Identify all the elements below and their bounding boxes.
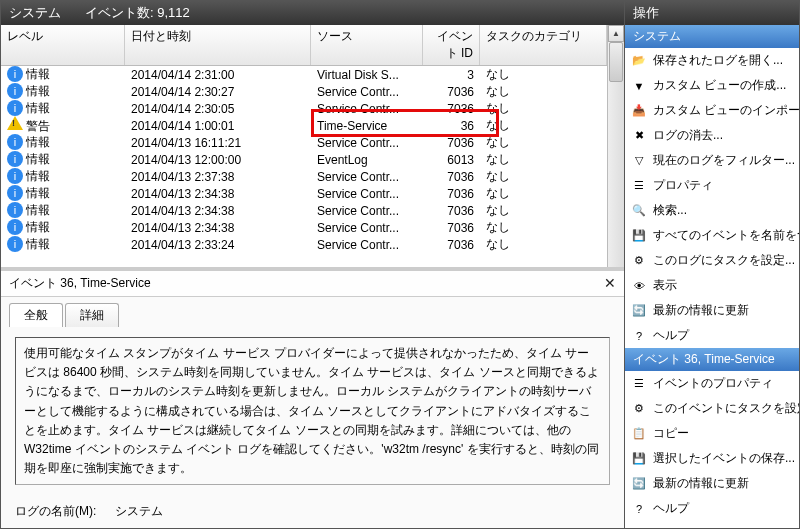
table-row[interactable]: i情報2014/04/13 2:37:38Service Contr...703… — [1, 168, 607, 185]
event-grid[interactable]: i情報2014/04/14 2:31:00Virtual Disk S...3な… — [1, 66, 607, 267]
action-prop[interactable]: ☰プロパティ — [625, 173, 799, 198]
action-filter[interactable]: ▽現在のログをフィルター... — [625, 148, 799, 173]
prop-icon: ☰ — [631, 376, 647, 392]
col-datetime[interactable]: 日付と時刻 — [125, 25, 311, 65]
action-show[interactable]: 👁表示 — [625, 273, 799, 298]
info-icon: i — [7, 185, 23, 201]
actions-section-event: イベント 36, Time-Service — [625, 348, 799, 371]
info-icon: i — [7, 100, 23, 116]
tab-general[interactable]: 全般 — [9, 303, 63, 327]
log-name-title: システム — [9, 4, 61, 22]
show-icon: 👁 — [631, 278, 647, 294]
info-icon: i — [7, 219, 23, 235]
warning-icon — [7, 116, 23, 130]
event-properties: ログの名前(M): システム ソース(S): Time-Service ログの日… — [15, 503, 610, 528]
table-row[interactable]: i情報2014/04/13 16:11:21Service Contr...70… — [1, 134, 607, 151]
help-icon: ? — [631, 328, 647, 344]
table-row[interactable]: i情報2014/04/14 2:30:05Service Contr...703… — [1, 100, 607, 117]
col-event-id[interactable]: イベント ID — [423, 25, 480, 65]
action-copy[interactable]: 📋コピー — [625, 421, 799, 446]
scroll-up-button[interactable]: ▲ — [608, 25, 624, 42]
table-row[interactable]: i情報2014/04/14 2:31:00Virtual Disk S...3な… — [1, 66, 607, 83]
action-open[interactable]: 📂保存されたログを開く... — [625, 48, 799, 73]
info-icon: i — [7, 202, 23, 218]
view-icon: ▼ — [631, 78, 647, 94]
action-task[interactable]: ⚙このログにタスクを設定... — [625, 248, 799, 273]
action-save[interactable]: 💾すべてのイベントを名前をつ... — [625, 223, 799, 248]
event-message: 使用可能なタイム スタンプがタイム サービス プロバイダーによって提供されなかっ… — [15, 337, 610, 485]
refresh-icon: 🔄 — [631, 303, 647, 319]
table-row[interactable]: i情報2014/04/13 2:34:38Service Contr...703… — [1, 219, 607, 236]
column-header-row: レベル 日付と時刻 ソース イベント ID タスクのカテゴリ — [1, 25, 607, 66]
prop-icon: ☰ — [631, 178, 647, 194]
action-import[interactable]: 📥カスタム ビューのインポート... — [625, 98, 799, 123]
detail-title: イベント 36, Time-Service — [9, 275, 151, 292]
vertical-scrollbar[interactable]: ▲ — [607, 25, 624, 267]
info-icon: i — [7, 168, 23, 184]
close-icon[interactable]: ✕ — [604, 275, 616, 292]
col-source[interactable]: ソース — [311, 25, 423, 65]
task-icon: ⚙ — [631, 253, 647, 269]
import-icon: 📥 — [631, 103, 647, 119]
filter-icon: ▽ — [631, 153, 647, 169]
actions-title: 操作 — [625, 1, 799, 25]
main-title-bar: システム イベント数: 9,112 — [1, 1, 624, 25]
table-row[interactable]: i情報2014/04/14 2:30:27Service Contr...703… — [1, 83, 607, 100]
info-icon: i — [7, 66, 23, 82]
action-find[interactable]: 🔍検索... — [625, 198, 799, 223]
table-row[interactable]: i情報2014/04/13 12:00:00EventLog6013なし — [1, 151, 607, 168]
table-row[interactable]: i情報2014/04/13 2:33:24Service Contr...703… — [1, 236, 607, 253]
info-icon: i — [7, 134, 23, 150]
col-level[interactable]: レベル — [1, 25, 125, 65]
save-icon: 💾 — [631, 451, 647, 467]
col-category[interactable]: タスクのカテゴリ — [480, 25, 607, 65]
open-icon: 📂 — [631, 53, 647, 69]
action-refresh[interactable]: 🔄最新の情報に更新 — [625, 471, 799, 496]
tab-detail[interactable]: 詳細 — [65, 303, 119, 327]
table-row[interactable]: i情報2014/04/13 2:34:38Service Contr...703… — [1, 202, 607, 219]
refresh-icon: 🔄 — [631, 476, 647, 492]
action-clear[interactable]: ✖ログの消去... — [625, 123, 799, 148]
info-icon: i — [7, 151, 23, 167]
action-save[interactable]: 💾選択したイベントの保存... — [625, 446, 799, 471]
copy-icon: 📋 — [631, 426, 647, 442]
info-icon: i — [7, 236, 23, 252]
action-prop[interactable]: ☰イベントのプロパティ — [625, 371, 799, 396]
action-help[interactable]: ?ヘルプ — [625, 496, 799, 521]
save-icon: 💾 — [631, 228, 647, 244]
task-icon: ⚙ — [631, 401, 647, 417]
clear-icon: ✖ — [631, 128, 647, 144]
action-view[interactable]: ▼カスタム ビューの作成... — [625, 73, 799, 98]
scroll-thumb[interactable] — [609, 42, 623, 82]
action-help[interactable]: ?ヘルプ — [625, 323, 799, 348]
table-row[interactable]: 警告2014/04/14 1:00:01Time-Service36なし — [1, 117, 607, 134]
action-task[interactable]: ⚙このイベントにタスクを設定... — [625, 396, 799, 421]
action-refresh[interactable]: 🔄最新の情報に更新 — [625, 298, 799, 323]
info-icon: i — [7, 83, 23, 99]
table-row[interactable]: i情報2014/04/13 2:34:38Service Contr...703… — [1, 185, 607, 202]
find-icon: 🔍 — [631, 203, 647, 219]
event-count: イベント数: 9,112 — [85, 4, 190, 22]
actions-section-system: システム — [625, 25, 799, 48]
help-icon: ? — [631, 501, 647, 517]
